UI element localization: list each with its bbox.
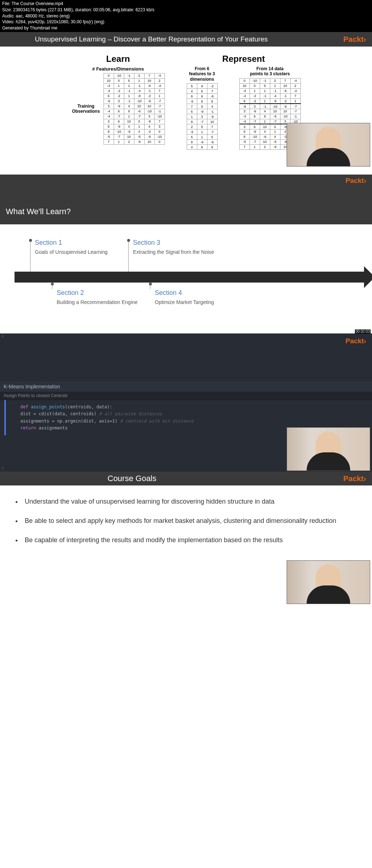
code-line-2: dist = cdist(data, centroids) bbox=[20, 411, 99, 416]
file-metadata: File: The Course Overview.mp4 Size: 2380… bbox=[0, 0, 372, 32]
cell-marker: o bbox=[1, 334, 4, 338]
section-2-title: Section 2 bbox=[57, 289, 138, 297]
return-value: assignments bbox=[36, 425, 68, 431]
code-line-3: assignments = np.argmin(dist, axis=1) bbox=[20, 419, 120, 424]
file-audio: Audio: aac, 48000 Hz, stereo (eng) bbox=[2, 13, 370, 19]
presenter-video-thumbnail bbox=[287, 123, 370, 167]
keyword-return: return bbox=[20, 425, 36, 431]
section-3-desc: Extracting the Signal from the Noise bbox=[133, 249, 214, 255]
comment-3: # centroid with min distance bbox=[120, 419, 194, 424]
course-goals-list: Understand the value of unsupervised lea… bbox=[0, 485, 372, 565]
represent-3col-table: 59-246789-8-5887945-9-113-99-710257-51-7… bbox=[187, 83, 218, 150]
file-name: File: The Course Overview.mp4 bbox=[2, 1, 370, 7]
packt-logo: Packt› bbox=[343, 474, 366, 483]
section-1-desc: Goals of Unsupervised Learning bbox=[35, 249, 108, 255]
section-3-title: Section 3 bbox=[133, 239, 214, 247]
notebook-title: K-Means Implementation bbox=[0, 381, 372, 392]
from-14-points-label: From 14 datapoints to 3 clusters bbox=[239, 66, 301, 77]
section-4-desc: Optimize Market Targeting bbox=[155, 299, 214, 305]
file-generator: Generated by Thumbnail me bbox=[2, 25, 370, 31]
timestamp: 00:02:03 bbox=[355, 329, 371, 333]
represent-column: Represent From 6features to 3dimensions … bbox=[187, 54, 301, 150]
slide2-title: What We'll Learn? bbox=[0, 187, 372, 221]
training-observations-label: TrainingObservations bbox=[72, 104, 101, 114]
section-4-node: Section 4 Optimize Market Targeting bbox=[149, 283, 214, 323]
slide-course-goals: Course Goals Packt› Understand the value… bbox=[0, 472, 372, 605]
goal-1: Understand the value of unsupervised lea… bbox=[22, 496, 357, 507]
file-video: Video: h264, yuv420p, 1920x1080, 30.00 f… bbox=[2, 19, 370, 25]
learn-heading: Learn bbox=[72, 54, 165, 64]
file-size: Size: 238034176 bytes (227.01 MiB), dura… bbox=[2, 7, 370, 13]
function-name: assign_points bbox=[31, 404, 65, 409]
slide4-title: Course Goals bbox=[108, 474, 157, 483]
slide-kmeans-code: o Packt› K-Means Implementation Assign P… bbox=[0, 333, 372, 472]
features-dimensions-label: # Features/Dimensions bbox=[72, 66, 165, 72]
section-1-title: Section 1 bbox=[35, 239, 108, 247]
presenter-video-thumbnail bbox=[287, 427, 370, 471]
keyword-def: def bbox=[20, 404, 28, 409]
cell-marker-end: ? bbox=[1, 467, 4, 471]
section-1-node: Section 1 Goals of Unsupervised Learning bbox=[29, 239, 108, 255]
learn-data-table: 0-10-127-410051102-411-1-6-4-4-2-1-4-176… bbox=[104, 73, 165, 145]
from-6-features-label: From 6features to 3dimensions bbox=[187, 66, 218, 82]
slide-what-well-learn: Packt› What We'll Learn? Section 1 Goals… bbox=[0, 175, 372, 333]
goal-3: Be capable of interpreting the results a… bbox=[22, 535, 357, 545]
packt-logo: Packt› bbox=[343, 35, 366, 44]
section-2-node: Section 2 Building a Recommendation Engi… bbox=[51, 283, 138, 323]
packt-logo: Packt› bbox=[0, 335, 372, 381]
section-2-desc: Building a Recommendation Engine bbox=[57, 299, 138, 305]
presenter-video-thumbnail bbox=[287, 560, 370, 604]
timeline-arrow-icon bbox=[15, 272, 365, 283]
notebook-subtitle: Assign Points to closest Centroid bbox=[0, 392, 372, 400]
packt-logo: Packt› bbox=[345, 177, 366, 185]
learn-column: Learn # Features/Dimensions TrainingObse… bbox=[72, 54, 165, 150]
section-3-node: Section 3 Extracting the Signal from the… bbox=[127, 239, 214, 255]
slide1-header: Unsupervised Learning – Discover a Bette… bbox=[0, 32, 372, 47]
comment-2: # all pairwise distances bbox=[99, 411, 162, 416]
represent-heading: Represent bbox=[187, 54, 301, 64]
function-signature: (centroids, data): bbox=[65, 404, 112, 409]
sections-timeline: Section 1 Goals of Unsupervised Learning… bbox=[15, 239, 365, 323]
slide1-title: Unsupervised Learning – Discover a Bette… bbox=[35, 35, 268, 43]
goal-2: Be able to select and apply key methods … bbox=[22, 516, 357, 526]
section-4-title: Section 4 bbox=[155, 289, 214, 297]
slide-unsupervised-learning: Unsupervised Learning – Discover a Bette… bbox=[0, 32, 372, 175]
